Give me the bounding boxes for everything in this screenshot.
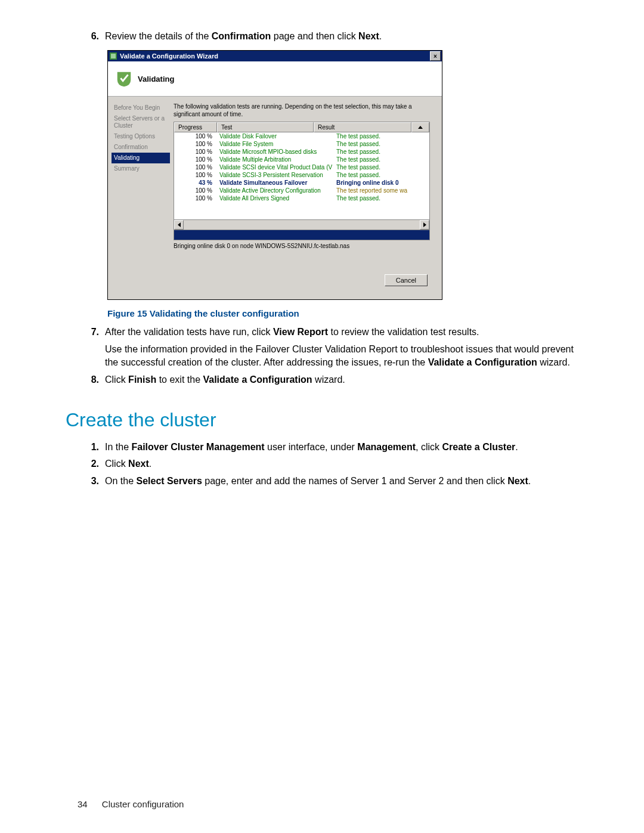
table-row: 100 %Validate Multiple ArbitrationThe te… [174, 156, 429, 163]
validating-icon [115, 70, 133, 88]
list-number: 8. [83, 373, 105, 386]
cancel-button[interactable]: Cancel [385, 274, 428, 286]
col-test[interactable]: Test [217, 122, 314, 132]
list-number: 2. [83, 457, 105, 470]
table-row: 100 %Validate SCSI-3 Persistent Reservat… [174, 171, 429, 179]
close-icon[interactable]: × [430, 51, 441, 61]
validation-tests-grid: Progress Test Result 100 %Validate Disk … [174, 122, 430, 230]
window-titlebar: Validate a Configuration Wizard × [108, 51, 442, 61]
section-heading: Create the cluster [66, 409, 578, 431]
window-title: Validate a Configuration Wizard [120, 52, 218, 60]
sidebar-item-confirm[interactable]: Confirmation [112, 142, 170, 153]
col-progress[interactable]: Progress [174, 122, 217, 132]
page-number: 34 [78, 799, 88, 809]
page-footer: 34 Cluster configuration [78, 799, 184, 809]
list-number: 7. [83, 326, 105, 369]
sidebar-item-before[interactable]: Before You Begin [112, 103, 170, 113]
sidebar-item-summary[interactable]: Summary [112, 163, 170, 174]
validate-config-wizard: Validate a Configuration Wizard × Valida… [107, 50, 442, 300]
svg-rect-1 [111, 54, 116, 58]
sidebar-item-validating[interactable]: Validating [112, 153, 170, 163]
wizard-icon [109, 52, 117, 60]
wizard-header: Validating [108, 61, 442, 97]
sidebar-item-testing[interactable]: Testing Options [112, 131, 170, 142]
table-row: 100 %Validate Microsoft MPIO-based disks… [174, 148, 429, 156]
table-row: 100 %Validate Active Directory Configura… [174, 187, 429, 194]
footer-section: Cluster configuration [102, 799, 184, 809]
overall-progress-bar [174, 230, 430, 240]
sidebar-item-select[interactable]: Select Servers or a Cluster [112, 113, 170, 131]
scroll-right-icon[interactable] [420, 220, 429, 230]
step-6-text: Review the details of the Confirmation p… [105, 30, 578, 43]
list-number: 6. [83, 30, 105, 43]
scroll-left-icon[interactable] [174, 220, 184, 230]
table-row: 100 %Validate File SystemThe test passed… [174, 140, 429, 148]
wizard-heading: Validating [138, 75, 174, 83]
list-number: 1. [83, 441, 105, 454]
col-result[interactable]: Result [314, 122, 411, 132]
table-row: 43 %Validate Simultaneous FailoverBringi… [174, 179, 429, 187]
figure-caption: Figure 15 Validating the cluster configu… [107, 308, 578, 318]
step-7-text: After the validation tests have run, cli… [105, 326, 578, 369]
wizard-sidebar: Before You Begin Select Servers or a Clu… [108, 97, 174, 299]
step-c2-text: Click Next. [105, 457, 578, 470]
table-row: 100 %Validate SCSI device Vital Product … [174, 163, 429, 171]
grid-hscrollbar[interactable] [174, 219, 429, 230]
step-c1-text: In the Failover Cluster Management user … [105, 441, 578, 454]
wizard-intro-text: The following validation tests are runni… [174, 103, 435, 118]
table-row: 100 %Validate Disk FailoverThe test pass… [174, 132, 429, 140]
scroll-up-icon[interactable] [411, 122, 429, 132]
list-number: 3. [83, 475, 105, 488]
step-8-text: Click Finish to exit the Validate a Conf… [105, 373, 578, 386]
status-text: Bringing online disk 0 on node WINDOWS-5… [174, 243, 435, 249]
step-c3-text: On the Select Servers page, enter and ad… [105, 475, 578, 488]
table-row: 100 %Validate All Drivers SignedThe test… [174, 194, 429, 202]
grid-header: Progress Test Result [174, 122, 429, 132]
